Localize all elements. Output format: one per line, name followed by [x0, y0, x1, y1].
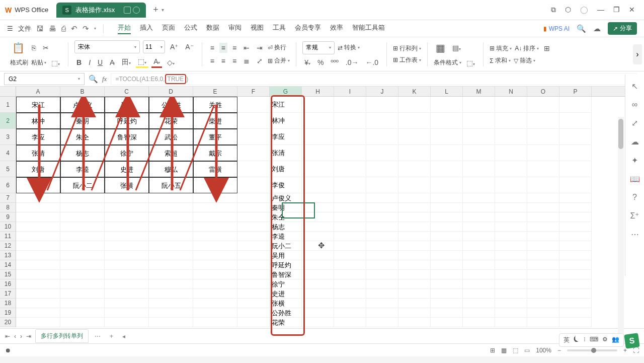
cell[interactable]: [193, 193, 237, 203]
cell[interactable]: [334, 193, 366, 203]
cell[interactable]: 公孙胜: [149, 97, 193, 113]
convert-button[interactable]: ⇄ 转换▾: [338, 43, 360, 52]
cell[interactable]: [463, 113, 495, 129]
more-icon[interactable]: ⋯: [631, 230, 639, 239]
cell[interactable]: 董平: [193, 129, 237, 145]
cell[interactable]: [398, 193, 431, 203]
cell[interactable]: [193, 299, 237, 308]
cell[interactable]: [193, 318, 237, 327]
cell[interactable]: [495, 161, 527, 177]
new-tab-button[interactable]: +: [153, 5, 158, 15]
cloud-sync-icon[interactable]: ☁: [631, 137, 639, 147]
cell[interactable]: [149, 193, 193, 203]
fill-button[interactable]: ⊞ 填充▾: [490, 44, 512, 53]
tab-efficiency[interactable]: 效率: [330, 23, 343, 34]
cell[interactable]: [495, 203, 527, 212]
align-left-icon[interactable]: ≡: [208, 56, 216, 66]
cell[interactable]: [559, 279, 592, 289]
cell[interactable]: 朱仝: [60, 129, 105, 145]
cell[interactable]: [334, 161, 366, 177]
cell[interactable]: [398, 232, 431, 241]
cell[interactable]: [334, 232, 366, 241]
cell[interactable]: [16, 260, 60, 270]
cell[interactable]: [431, 299, 463, 308]
cell[interactable]: [334, 241, 366, 251]
cell[interactable]: [431, 193, 463, 203]
cell[interactable]: [366, 308, 398, 318]
tab-formula[interactable]: 公式: [184, 23, 197, 34]
cell[interactable]: [559, 161, 592, 177]
font-name-select[interactable]: 宋体▾: [74, 40, 140, 53]
cell[interactable]: [16, 212, 60, 222]
cell[interactable]: [302, 289, 334, 299]
cell[interactable]: [463, 260, 495, 270]
row-header[interactable]: 7: [0, 193, 16, 203]
cell[interactable]: 秦明: [60, 113, 105, 129]
cell[interactable]: [527, 260, 559, 270]
undo-icon[interactable]: ↶: [71, 24, 77, 33]
cell[interactable]: [60, 251, 105, 260]
cell[interactable]: [149, 270, 193, 279]
indent-increase-icon[interactable]: ⇥: [255, 43, 265, 53]
cell[interactable]: [463, 289, 495, 299]
cell[interactable]: [302, 129, 334, 145]
cell[interactable]: [105, 318, 149, 327]
sheet-first-icon[interactable]: ⇤: [4, 333, 11, 340]
cell[interactable]: 徐宁: [270, 279, 302, 289]
cell[interactable]: [302, 177, 334, 193]
cell[interactable]: [105, 289, 149, 299]
sum-button[interactable]: Σ 求和▾: [490, 56, 510, 65]
cell[interactable]: [495, 251, 527, 260]
decimal-inc-icon[interactable]: .0→: [344, 57, 361, 67]
font-size-select[interactable]: 11▾: [143, 40, 165, 53]
cell[interactable]: [463, 241, 495, 251]
extras-icon[interactable]: ⊞: [542, 43, 552, 53]
cell[interactable]: [149, 203, 193, 212]
styles-icon[interactable]: ▦: [434, 41, 447, 55]
cell[interactable]: [398, 279, 431, 289]
cell[interactable]: 花荣: [270, 318, 302, 327]
select-all-corner[interactable]: [0, 87, 16, 96]
cell[interactable]: [302, 203, 334, 212]
cell[interactable]: [431, 260, 463, 270]
cell[interactable]: [495, 289, 527, 299]
cell[interactable]: [105, 270, 149, 279]
cell[interactable]: [398, 260, 431, 270]
cell[interactable]: [16, 289, 60, 299]
cell[interactable]: [463, 193, 495, 203]
cell[interactable]: [366, 260, 398, 270]
cell[interactable]: [398, 251, 431, 260]
cell[interactable]: 宋江: [270, 97, 302, 113]
cell[interactable]: [559, 270, 592, 279]
ime-toolbar[interactable]: 英 ⏾ ⁝ ⌨ ⚙ 👥: [559, 333, 624, 347]
cell[interactable]: [495, 129, 527, 145]
cell[interactable]: [149, 212, 193, 222]
cell[interactable]: [60, 260, 105, 270]
cell[interactable]: [495, 270, 527, 279]
cell[interactable]: [237, 299, 270, 308]
cell[interactable]: [463, 308, 495, 318]
cell[interactable]: [559, 212, 592, 222]
row-header[interactable]: 12: [0, 241, 16, 251]
cell[interactable]: [334, 251, 366, 260]
cell[interactable]: [334, 279, 366, 289]
cell[interactable]: [193, 251, 237, 260]
collab-icon[interactable]: ∞: [632, 100, 637, 109]
cell[interactable]: [16, 318, 60, 327]
cell[interactable]: 李逵: [270, 232, 302, 241]
cell[interactable]: [463, 161, 495, 177]
cell[interactable]: [398, 318, 431, 327]
cell[interactable]: [193, 203, 237, 212]
view-grid-icon[interactable]: ⊞: [490, 347, 495, 354]
cell[interactable]: [237, 161, 270, 177]
align-bottom-icon[interactable]: ≡: [230, 43, 238, 53]
cell[interactable]: [431, 129, 463, 145]
cell[interactable]: [527, 308, 559, 318]
cell[interactable]: [149, 289, 193, 299]
bold-icon[interactable]: B: [74, 57, 84, 67]
col-header[interactable]: K: [398, 87, 431, 96]
cell[interactable]: 宋江: [16, 97, 60, 113]
decimal-dec-icon[interactable]: ←.0: [363, 57, 380, 67]
row-header[interactable]: 18: [0, 299, 16, 308]
share-button[interactable]: ↗ 分享: [608, 22, 637, 35]
